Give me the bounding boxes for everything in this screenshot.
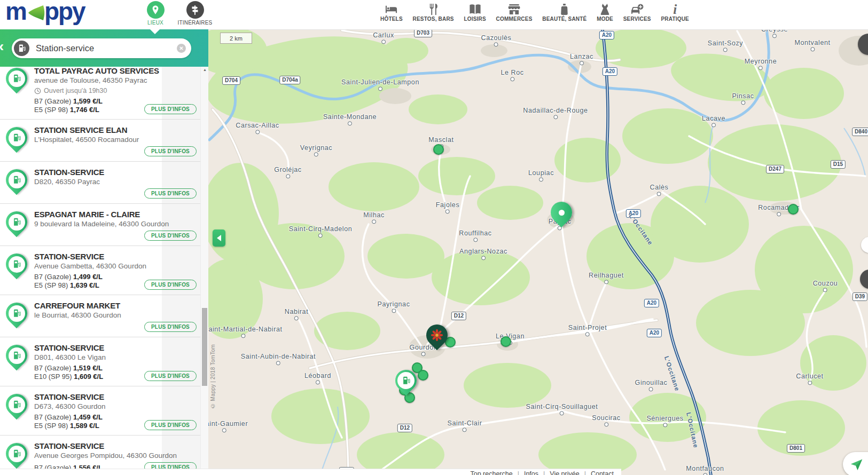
more-info-button[interactable]: PLUS D'INFOS	[144, 188, 197, 199]
road-badge: A20	[647, 329, 662, 337]
more-info-button[interactable]: PLUS D'INFOS	[144, 420, 197, 430]
highway-name-label: L'Occitane	[685, 411, 699, 448]
map-town-label: Carlux	[373, 31, 394, 44]
result-item[interactable]: STATION-SERVICE D673, 46300 Gourdon B7 (…	[0, 386, 208, 436]
more-info-button[interactable]: PLUS D'INFOS	[144, 146, 197, 156]
road-badge: A20	[603, 67, 617, 76]
map-town-label: Léobard	[304, 372, 331, 384]
result-item[interactable]: TOTAL PAYRAC AUTO SERVICES avenue de Tou…	[0, 67, 208, 120]
fuel-prices: B7 (Gazole) 1,519 €/LE10 (SP 95) 1,609 €…	[34, 364, 103, 381]
category-item[interactable]: SERVICES	[623, 2, 651, 22]
map-town-label: Reilhaguet	[589, 272, 624, 284]
category-item[interactable]: LOISIRS	[464, 2, 486, 22]
result-item[interactable]: STATION-SERVICE D801, 46300 Le Vigan B7 …	[0, 337, 208, 386]
perfume-bottle-icon	[558, 2, 571, 16]
tab-itineraires[interactable]: ITINÉRAIRES	[179, 1, 210, 26]
result-item[interactable]: ESPAGNAT MARIE - CLAIRE 9 boulevard la M…	[0, 204, 208, 246]
chevron-left-icon	[217, 235, 221, 241]
map-town-label: Saint-Projet	[568, 324, 607, 336]
result-address: Avenue Georges Pompidou, 46300 Gourdon	[34, 451, 204, 461]
category-item[interactable]: BEAUTÉ, SANTÉ	[542, 2, 587, 22]
town-dot	[316, 380, 320, 384]
result-item[interactable]: STATION SERVICE ELAN L'Hospitalet, 46500…	[0, 120, 208, 162]
close-icon[interactable]: ✕	[177, 44, 186, 53]
station-dot-marker[interactable]	[418, 370, 428, 381]
more-info-button[interactable]: PLUS D'INFOS	[144, 231, 197, 241]
map-pin[interactable]	[425, 323, 449, 353]
more-info-button[interactable]: PLUS D'INFOS	[144, 322, 197, 332]
town-dot	[539, 177, 543, 181]
footer-link[interactable]: Vie privée	[538, 470, 580, 475]
category-label: MODE	[597, 16, 613, 22]
footer-link[interactable]: Contact	[580, 470, 614, 475]
map-town-label: Saint-Sozy	[708, 39, 743, 52]
town-dot	[657, 192, 661, 196]
station-dot-marker[interactable]	[433, 144, 444, 155]
tab-label: LIEUX	[147, 20, 163, 26]
map-town-label: Saint-Aubin-de-Nabirat	[241, 353, 316, 365]
map-scale: 2 km	[220, 33, 252, 44]
town-dot	[463, 428, 467, 432]
sidebar-scrollbar[interactable]: ▲	[200, 67, 208, 475]
back-button[interactable]: ‹	[0, 39, 4, 54]
map-control-partial-top[interactable]	[858, 34, 868, 55]
result-item[interactable]: CARREFOUR MARKET le Bourriat, 46300 Gour…	[0, 295, 208, 337]
search-header: ‹ ✕	[0, 29, 208, 67]
scrollbar-thumb[interactable]	[202, 308, 207, 386]
town-dot	[823, 288, 827, 292]
town-dot	[663, 423, 667, 427]
town-dot	[560, 411, 564, 415]
map-pin[interactable]	[550, 201, 573, 231]
fuel-price: B7 (Gazole) 1,599 €/L	[34, 97, 103, 106]
mappy-logo[interactable]: m ppy	[5, 0, 85, 26]
town-dot	[286, 174, 290, 178]
book-icon	[468, 2, 482, 16]
fuel-prices: B7 (Gazole) 1,599 €/LE5 (SP 98) 1,746 €/…	[34, 97, 103, 114]
town-dot	[553, 115, 558, 119]
category-item[interactable]: MODE	[597, 2, 613, 22]
town-dot	[741, 100, 745, 105]
search-input-container[interactable]: ✕	[12, 38, 191, 58]
fuel-pump-icon	[397, 372, 415, 389]
search-input[interactable]	[35, 43, 177, 54]
footer-link[interactable]: Infos	[513, 470, 538, 475]
station-dot-marker[interactable]	[788, 204, 799, 215]
map-town-label: Fajoles	[436, 201, 460, 213]
more-info-button[interactable]: PLUS D'INFOS	[144, 280, 197, 290]
category-item[interactable]: HÔTELS	[380, 2, 403, 22]
map-pin[interactable]	[394, 369, 418, 399]
more-info-button[interactable]: PLUS D'INFOS	[144, 371, 197, 381]
town-dot	[348, 121, 352, 125]
category-item[interactable]: i PRATIQUE	[661, 2, 689, 22]
opening-hours: Ouvert jusqu'à 19h30	[34, 86, 204, 96]
category-item[interactable]: RESTOS, BARS	[413, 2, 454, 22]
town-dot	[381, 39, 386, 44]
sidebar-collapse-button[interactable]	[213, 229, 225, 247]
result-item[interactable]: STATION-SERVICE D820, 46350 Payrac PLUS …	[0, 162, 208, 204]
share-button[interactable]	[843, 452, 868, 475]
station-dot-marker[interactable]	[501, 336, 511, 347]
town-dot	[241, 334, 245, 338]
map-town-label: Cazoulès	[481, 34, 512, 46]
scroll-up-icon[interactable]: ▲	[203, 68, 207, 72]
result-title: STATION-SERVICE	[34, 167, 204, 177]
station-pin-icon	[4, 441, 31, 469]
result-title: CARREFOUR MARKET	[34, 300, 204, 311]
station-pin-icon	[4, 392, 31, 419]
map-town-label: Payrignac	[378, 300, 410, 313]
result-address: 9 boulevard la Madeleine, 46300 Gourdon	[34, 219, 204, 229]
footer-link[interactable]: Top recherche	[470, 470, 512, 475]
tab-lieux[interactable]: LIEUX	[140, 1, 171, 26]
map-town-label: Séniergues	[646, 415, 683, 427]
road-badge: D703	[414, 29, 432, 37]
category-item[interactable]: COMMERCES	[496, 2, 533, 22]
town-dot	[314, 152, 318, 156]
map-control-partial-lower[interactable]	[860, 270, 868, 289]
town-dot	[723, 48, 728, 52]
road-badge: D15	[831, 160, 846, 169]
category-label: PRATIQUE	[661, 16, 689, 22]
result-item[interactable]: STATION-SERVICE Avenue Gambetta, 46300 G…	[0, 246, 208, 295]
map-control-partial-mid[interactable]	[861, 237, 868, 253]
location-pin-icon	[147, 1, 165, 19]
more-info-button[interactable]: PLUS D'INFOS	[144, 104, 197, 114]
